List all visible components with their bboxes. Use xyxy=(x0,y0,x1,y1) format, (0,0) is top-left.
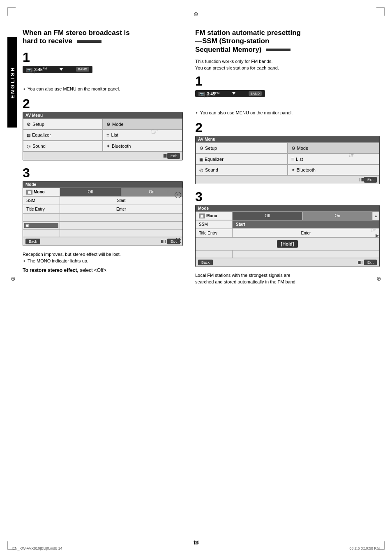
left-step1-screen-wrapper: 📷 3:45PM BAND ☞ xyxy=(23,66,92,73)
r-menu-item-list: List xyxy=(288,153,380,165)
mode-row-mono: ▣Mono Off On xyxy=(23,188,182,196)
tick-marks-r3 xyxy=(358,261,362,264)
right-step1-num: 1 xyxy=(195,74,380,88)
ssm-start-option: Start xyxy=(60,197,182,205)
finger-icon-step1-r: ☞ xyxy=(203,91,210,100)
r-exit-button-step3[interactable]: Exit xyxy=(364,260,377,265)
right-section-title: FM station automatic presetting —SSM (St… xyxy=(195,29,380,54)
left-step2-menu-wrapper: AV Menu Setup Mode Equalizer xyxy=(23,112,183,160)
right-step3-mode-menu: Mode ▣Mono Off On ▲ xyxy=(195,205,380,267)
right-step2-menu-wrapper: AV Menu Setup Mode Equalizer xyxy=(195,136,380,184)
r-scroll-indicator: ▲ xyxy=(373,212,379,220)
left-step3-mode-footer: Back Exit xyxy=(23,237,182,246)
r-mode-icon xyxy=(291,145,295,151)
sound-icon xyxy=(27,143,31,149)
gear-icon xyxy=(27,121,31,127)
r-mode-row-ssm: SSM Start xyxy=(196,220,379,229)
right-note2: searched and stored automatically in the… xyxy=(195,279,380,284)
right-step3-mode-wrapper: Mode ▣Mono Off On ▲ xyxy=(195,205,380,267)
left-restore-instruction: To restore stereo effect, select <Off>. xyxy=(23,267,183,273)
main-content: When an FM stereo broadcast is hard to r… xyxy=(23,29,380,286)
mode-empty-row3 xyxy=(23,229,182,237)
r-menu-item-equalizer: Equalizer xyxy=(196,153,288,165)
r-back-button[interactable]: Back xyxy=(198,260,213,265)
finger-icon-step1: ☞ xyxy=(31,67,37,77)
left-step3-mode-wrapper: Mode ▣Mono Off On xyxy=(23,181,183,246)
r-mode-label-title-entry: Title Entry xyxy=(196,229,232,237)
r-mono-indicator: ▣ xyxy=(199,214,205,218)
r-sound-icon xyxy=(199,167,203,173)
right-step1-note: You can also use MENU on the monitor pan… xyxy=(195,110,380,115)
left-step3-mode-title: Mode xyxy=(23,181,182,188)
corner-mark-tr xyxy=(376,7,385,16)
mode-label-ssm: SSM xyxy=(23,197,60,205)
right-step3-mode-footer: Back Exit xyxy=(196,258,379,267)
left-column: When an FM stereo broadcast is hard to r… xyxy=(23,29,183,286)
tick-marks-3 xyxy=(161,240,166,243)
menu-item-list: List xyxy=(103,130,182,141)
r-mono-off-option: Off xyxy=(233,212,303,220)
exit-button-step2[interactable]: Exit xyxy=(167,153,180,159)
menu-item-mode: Mode xyxy=(103,119,182,130)
reg-mark-top: ⊕ xyxy=(194,11,198,17)
menu-item-equalizer: Equalizer xyxy=(23,130,103,141)
right-step3-block: 3 Mode ▣Mono Off On ▲ xyxy=(195,190,380,267)
r-exit-button-step2[interactable]: Exit xyxy=(364,177,377,183)
small-indicator: ▣ xyxy=(24,223,58,228)
band-button: BAND xyxy=(76,67,89,72)
left-step1-note: You can also use MENU on the monitor pan… xyxy=(23,86,183,91)
footer-timestamp: 08.2.6 3:10:58 PM xyxy=(349,546,380,550)
right-step2-block: 2 AV Menu Setup Mode xyxy=(195,121,380,184)
tick-marks-r2 xyxy=(360,177,364,183)
r-mono-on-option: On xyxy=(303,212,373,220)
list-icon xyxy=(106,132,110,138)
tick-marks xyxy=(163,153,167,159)
r-mode-row-hold: [Hold] xyxy=(196,237,379,250)
left-step2-block: 2 AV Menu Setup Mode xyxy=(23,97,183,160)
right-step1-screen-wrapper: 📷 3:45PM BAND ☞ xyxy=(195,90,265,97)
arrow-down-icon-r xyxy=(232,92,235,95)
right-column: FM station automatic presetting —SSM (St… xyxy=(195,29,380,286)
r-mode-label-mono: ▣Mono xyxy=(196,212,232,220)
left-step2-menu-grid: Setup Mode Equalizer List xyxy=(23,118,182,151)
english-sidebar: ENGLISH xyxy=(7,37,17,128)
left-step1-block: 1 📷 3:45PM BAND ☞ Yo xyxy=(23,51,183,91)
left-step2-menu-footer: Exit xyxy=(23,151,182,160)
back-button[interactable]: Back xyxy=(25,239,40,244)
r-menu-item-sound: Sound xyxy=(196,165,288,175)
right-intro1: This function works only for FM bands. xyxy=(195,59,380,64)
r-menu-item-bluetooth: Bluetooth xyxy=(288,165,380,175)
r-mode-row-title-entry: Title Entry Enter xyxy=(196,229,379,237)
left-step2-menu: AV Menu Setup Mode Equalizer xyxy=(23,112,183,160)
left-step2-num: 2 xyxy=(23,97,183,110)
mono-indicator: ▣ xyxy=(26,190,32,195)
right-title-underline xyxy=(266,49,291,51)
left-step3-block: 3 Mode ▣Mono Off On xyxy=(23,166,183,246)
mode-label-title-entry: Title Entry xyxy=(23,205,60,214)
mode-row-title-entry: Title Entry Enter xyxy=(23,205,182,214)
right-step3-mode-title: Mode xyxy=(196,205,379,211)
r-hand-mode-icon: ☞ xyxy=(348,151,355,160)
left-step1-num: 1 xyxy=(23,51,183,64)
r-menu-item-setup: Setup xyxy=(196,143,288,153)
menu-item-sound: Sound xyxy=(23,141,103,151)
footer-file-info: EN_KW-AVX810[EU]ff.indb 14 xyxy=(12,546,62,550)
mono-on-option: On xyxy=(121,188,182,196)
bt-icon xyxy=(106,143,110,149)
corner-mark-tl xyxy=(7,7,16,16)
right-note1: Local FM stations with the strongest sig… xyxy=(195,273,380,278)
r-mode-row-mono: ▣Mono Off On ▲ xyxy=(196,211,379,220)
right-arrow-icon: ▶ xyxy=(376,233,379,238)
r-mode-label-ssm: SSM xyxy=(196,220,232,229)
right-step2-menu: AV Menu Setup Mode Equalizer xyxy=(195,136,380,184)
right-step2-num: 2 xyxy=(195,121,380,134)
title-underline-bar xyxy=(77,40,101,43)
eq-icon xyxy=(27,132,30,138)
hand-on-icon: ☞ xyxy=(165,188,171,195)
r-ssm-start-option: Start xyxy=(233,220,379,229)
hold-button[interactable]: [Hold] xyxy=(277,240,298,248)
reg-mark-left: ⊕ xyxy=(11,275,16,282)
left-step3-num: 3 xyxy=(23,166,183,179)
r-mode-empty-row1 xyxy=(196,250,379,258)
mode-empty-row2: ▣ xyxy=(23,221,182,229)
